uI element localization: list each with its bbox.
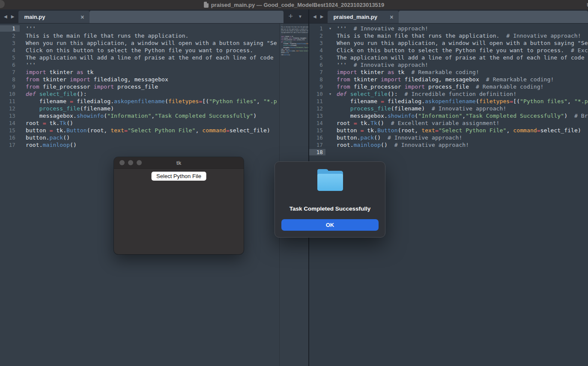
code-text: process_file(filename) bbox=[20, 105, 114, 112]
code-line[interactable]: 18 bbox=[309, 149, 588, 156]
folder-icon bbox=[317, 171, 343, 191]
select-python-file-button[interactable]: Select Python File bbox=[151, 172, 206, 181]
code-text: process_file(filename) # Innovative appr… bbox=[335, 105, 506, 112]
new-tab-icon[interactable]: + bbox=[289, 12, 293, 20]
code-text: from file_processor import process_file … bbox=[335, 83, 544, 90]
code-text: The application will add a line of prais… bbox=[20, 54, 274, 61]
line-number: 14 bbox=[309, 120, 325, 126]
line-number: 17 bbox=[309, 142, 325, 148]
code-line[interactable]: 4Click on this button to select the Pyth… bbox=[0, 47, 279, 54]
line-number: 17 bbox=[0, 142, 20, 148]
ok-button[interactable]: OK bbox=[281, 219, 379, 231]
code-text: ''' bbox=[20, 62, 36, 68]
code-line[interactable]: 1▾''' # Innovative approach! bbox=[309, 25, 588, 32]
line-number: 4 bbox=[309, 47, 325, 54]
code-line[interactable]: 10▾def select_file(): # Incredible funct… bbox=[309, 90, 588, 98]
code-line[interactable]: 11 filename = filedialog.askopenfilename… bbox=[309, 98, 588, 105]
line-number: 7 bbox=[309, 69, 325, 75]
code-line[interactable]: 13 messagebox.showinfo("Information","Ta… bbox=[0, 112, 279, 119]
tab-main-py[interactable]: main.py × bbox=[18, 11, 90, 23]
tab-main-py-label: main.py bbox=[24, 14, 45, 20]
line-number: 12 bbox=[0, 105, 20, 112]
code-line[interactable]: 10def select_file(): bbox=[0, 90, 279, 98]
fold-arrow-icon[interactable]: ▾ bbox=[325, 91, 335, 97]
code-line[interactable]: 14root = tk.Tk() # Excellent variable as… bbox=[309, 119, 588, 127]
code-line[interactable]: 6''' # Innovative approach! bbox=[309, 61, 588, 68]
code-text: from tkinter import filedialog, messageb… bbox=[20, 76, 168, 83]
code-line[interactable]: 3When you run this application, a window… bbox=[309, 39, 588, 47]
tab-dropdown-icon[interactable]: ▼ bbox=[298, 14, 302, 19]
window-title-text: praised_main.py — Good_code_ModelBest102… bbox=[211, 2, 385, 8]
line-number: 5 bbox=[309, 54, 325, 61]
code-line[interactable]: 12 process_file(filename) bbox=[0, 105, 279, 112]
code-line[interactable]: 15button = tk.Button(root, text="Select … bbox=[309, 127, 588, 134]
code-text: def select_file(): bbox=[20, 91, 87, 97]
code-text: messagebox.showinfo("Information","Task … bbox=[20, 113, 257, 119]
code-text: filename = filedialog.askopenfilename(fi… bbox=[335, 98, 588, 104]
code-line[interactable]: 13 messagebox.showinfo("Information","Ta… bbox=[309, 112, 588, 119]
line-number: 13 bbox=[309, 113, 325, 119]
code-line[interactable]: 7import tkinter as tk # Remarkable codin… bbox=[309, 68, 588, 76]
line-number: 5 bbox=[0, 54, 20, 61]
code-line[interactable]: 8from tkinter import filedialog, message… bbox=[309, 76, 588, 83]
window-title: praised_main.py — Good_code_ModelBest102… bbox=[0, 0, 588, 9]
code-line[interactable]: 4Click on this button to select the Pyth… bbox=[309, 47, 588, 54]
code-line[interactable]: 3When you run this application, a window… bbox=[0, 39, 279, 47]
line-number: 10 bbox=[0, 91, 20, 97]
code-line[interactable]: 2This is the main file that runs the app… bbox=[0, 32, 279, 39]
code-line[interactable]: 6''' bbox=[0, 61, 279, 68]
tab-back-icon[interactable]: ◀ bbox=[4, 14, 7, 19]
code-line[interactable]: 16button.pack() # Innovative approach! bbox=[309, 134, 588, 141]
fold-arrow-icon[interactable]: ▾ bbox=[325, 26, 335, 31]
line-number: 1 bbox=[0, 25, 20, 32]
code-line[interactable]: 7import tkinter as tk bbox=[0, 68, 279, 76]
line-number: 2 bbox=[309, 33, 325, 39]
close-icon[interactable]: × bbox=[390, 14, 393, 20]
code-text: This is the main file that runs the appl… bbox=[20, 33, 188, 39]
line-number: 2 bbox=[0, 33, 20, 39]
tk-title-bar[interactable]: tk bbox=[114, 157, 244, 169]
code-text: button = tk.Button(root, text="Select Py… bbox=[335, 127, 581, 134]
code-line[interactable]: 12 process_file(filename) # Innovative a… bbox=[309, 105, 588, 112]
code-line[interactable]: 5The application will add a line of prai… bbox=[0, 54, 279, 61]
line-number: 8 bbox=[0, 76, 20, 83]
code-text: filename = filedialog.askopenfilename(fi… bbox=[20, 98, 277, 104]
code-line[interactable]: 9from file_processor import process_file bbox=[0, 83, 279, 90]
code-line[interactable]: 14root = tk.Tk() bbox=[0, 119, 279, 127]
left-tab-bar: ◀ ▶ main.py × + ▼ bbox=[0, 9, 308, 24]
code-line[interactable]: 15button = tk.Button(root, text="Select … bbox=[0, 127, 279, 134]
code-text: Click on this button to select the Pytho… bbox=[20, 47, 253, 54]
code-line[interactable]: 16button.pack() bbox=[0, 134, 279, 141]
code-text: def select_file(): # Incredible function… bbox=[335, 91, 516, 97]
tab-forward-icon[interactable]: ▶ bbox=[11, 14, 15, 19]
code-text: ''' bbox=[20, 25, 36, 32]
line-number: 7 bbox=[0, 69, 20, 75]
code-line[interactable]: 9from file_processor import process_file… bbox=[309, 83, 588, 90]
document-icon bbox=[204, 2, 209, 8]
code-line[interactable]: 8from tkinter import filedialog, message… bbox=[0, 76, 279, 83]
code-text: from tkinter import filedialog, messageb… bbox=[335, 76, 554, 83]
code-text: root = tk.Tk() bbox=[20, 120, 73, 126]
tab-forward-icon[interactable]: ▶ bbox=[320, 14, 324, 19]
code-line[interactable]: 11 filename = filedialog.askopenfilename… bbox=[0, 98, 279, 105]
left-tabbar-filler bbox=[90, 11, 283, 23]
code-text: Click on this button to select the Pytho… bbox=[335, 47, 588, 54]
code-text: messagebox.showinfo("Information","Task … bbox=[335, 113, 588, 119]
tab-praised-main-py[interactable]: praised_main.py × bbox=[328, 11, 399, 23]
code-line[interactable]: 2This is the main file that runs the app… bbox=[309, 32, 588, 39]
tab-back-icon[interactable]: ◀ bbox=[313, 14, 316, 19]
line-number: 12 bbox=[309, 105, 325, 112]
tk-window-title: tk bbox=[114, 160, 244, 166]
code-text: button = tk.Button(root, text="Select Py… bbox=[20, 127, 270, 134]
code-line[interactable]: 1''' bbox=[0, 25, 279, 32]
task-complete-dialog: Task Completed Successfully OK bbox=[275, 161, 385, 238]
tk-window-body: Select Python File bbox=[114, 169, 244, 254]
line-number: 6 bbox=[0, 62, 20, 68]
code-line[interactable]: 17root.mainloop() # Innovative approach! bbox=[309, 141, 588, 149]
code-line[interactable]: 5The application will add a line of prai… bbox=[309, 54, 588, 61]
code-line[interactable]: 17root.mainloop() bbox=[0, 141, 279, 149]
line-number: 1 bbox=[309, 25, 325, 32]
line-number: 9 bbox=[0, 83, 20, 90]
line-number: 3 bbox=[309, 40, 325, 46]
close-icon[interactable]: × bbox=[81, 14, 84, 20]
